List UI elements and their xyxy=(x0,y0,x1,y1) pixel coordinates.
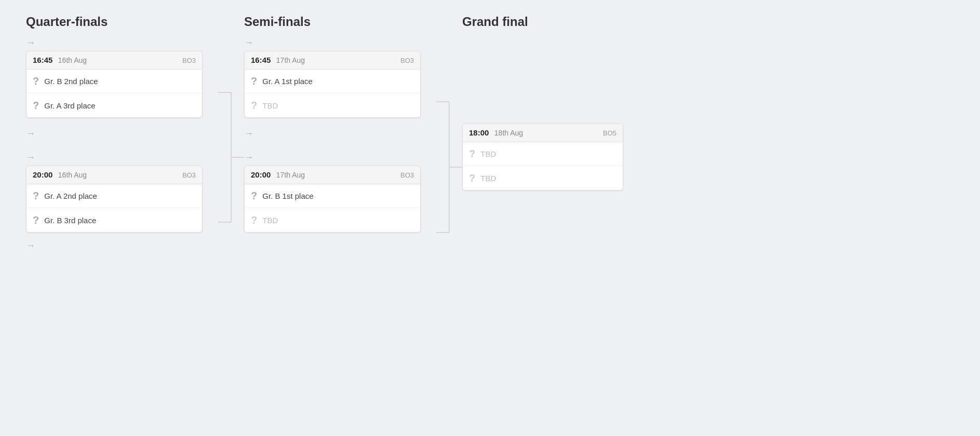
match-sf2-team2[interactable]: ? TBD xyxy=(245,208,420,232)
match-qf2-header: 20:00 16th Aug BO3 xyxy=(26,166,202,184)
question-icon: ? xyxy=(251,75,257,87)
match-sf2-date: 17th Aug xyxy=(276,171,305,179)
team-name: Gr. A 1st place xyxy=(262,77,313,86)
connector-qf-sf xyxy=(218,15,244,421)
semi-finals-column: Semi-finals → 16:45 17th Aug BO3 ? Gr. A… xyxy=(244,15,436,421)
question-icon: ? xyxy=(33,214,39,226)
match-sf2-header: 20:00 17th Aug BO3 xyxy=(245,166,420,184)
team-name-tbd: TBD xyxy=(262,101,278,110)
arrow-qf1-top: → xyxy=(26,34,203,51)
match-gf1-format: BO5 xyxy=(603,129,616,137)
quarter-finals-column: Quarter-finals → 16:45 16th Aug BO3 ? Gr… xyxy=(26,15,218,421)
match-qf1-time-block: 16:45 16th Aug xyxy=(33,56,87,65)
match-sf1-team2[interactable]: ? TBD xyxy=(245,93,420,117)
bracket-lines-qf-sf xyxy=(218,46,244,347)
question-icon: ? xyxy=(33,100,39,112)
match-qf2-date: 16th Aug xyxy=(58,171,87,179)
sf-spacer-1: → xyxy=(244,118,421,149)
match-gf1-date: 18th Aug xyxy=(494,129,523,137)
arrow-icon-sf2: → xyxy=(244,128,253,139)
team-name: Gr. A 3rd place xyxy=(44,101,95,110)
match-sf1[interactable]: 16:45 17th Aug BO3 ? Gr. A 1st place ? T… xyxy=(244,51,421,118)
match-qf2-team2[interactable]: ? Gr. B 3rd place xyxy=(26,208,202,232)
arrow-qf2-top: → xyxy=(26,149,203,166)
match-sf1-time-block: 16:45 17th Aug xyxy=(251,56,305,65)
gf-top-spacer xyxy=(462,34,639,124)
semi-finals-title: Semi-finals xyxy=(244,15,421,29)
question-icon: ? xyxy=(251,100,257,112)
match-sf2-time: 20:00 xyxy=(251,170,271,179)
match-gf1-header: 18:00 18th Aug BO5 xyxy=(463,124,623,142)
team-name-tbd: TBD xyxy=(480,174,496,183)
match-sf1-team1[interactable]: ? Gr. A 1st place xyxy=(245,70,420,93)
arrow-icon-2: → xyxy=(26,128,35,139)
bracket-lines-sf-gf xyxy=(436,46,462,347)
match-gf1-team2[interactable]: ? TBD xyxy=(463,166,623,190)
match-qf2-format: BO3 xyxy=(182,171,196,179)
team-name-tbd: TBD xyxy=(262,216,278,225)
match-sf1-time: 16:45 xyxy=(251,56,271,64)
match-gf1-time-block: 18:00 18th Aug xyxy=(469,128,523,138)
arrow-icon-3: → xyxy=(26,240,35,251)
match-qf2-time-block: 20:00 16th Aug xyxy=(33,170,87,180)
qf-spacer-1: → xyxy=(26,118,203,149)
match-sf1-date: 17th Aug xyxy=(276,56,305,64)
grand-final-title: Grand final xyxy=(462,15,639,29)
question-icon: ? xyxy=(469,148,475,160)
team-name: Gr. A 2nd place xyxy=(44,192,97,200)
team-name: Gr. B 3rd place xyxy=(44,216,96,225)
match-qf1[interactable]: 16:45 16th Aug BO3 ? Gr. B 2nd place ? G… xyxy=(26,51,203,118)
match-sf1-header: 16:45 17th Aug BO3 xyxy=(245,51,420,70)
team-name: Gr. B 1st place xyxy=(262,192,313,200)
match-gf1[interactable]: 18:00 18th Aug BO5 ? TBD ? TBD xyxy=(462,124,623,190)
match-sf2-time-block: 20:00 17th Aug xyxy=(251,170,305,180)
match-qf1-header: 16:45 16th Aug BO3 xyxy=(26,51,202,70)
match-qf2-time: 20:00 xyxy=(33,170,52,179)
match-gf1-team1[interactable]: ? TBD xyxy=(463,142,623,166)
question-icon: ? xyxy=(251,214,257,226)
arrow-icon: → xyxy=(26,152,35,163)
question-icon: ? xyxy=(33,190,39,202)
match-qf1-time: 16:45 xyxy=(33,56,52,64)
arrow-icon: → xyxy=(244,37,253,48)
arrow-sf2-top: → xyxy=(244,149,421,166)
arrow-icon: → xyxy=(26,37,35,48)
match-sf1-format: BO3 xyxy=(400,57,414,64)
match-sf2-team1[interactable]: ? Gr. B 1st place xyxy=(245,184,420,208)
match-qf2-team1[interactable]: ? Gr. A 2nd place xyxy=(26,184,202,208)
match-sf2[interactable]: 20:00 17th Aug BO3 ? Gr. B 1st place ? T… xyxy=(244,166,421,233)
qf-bottom-arrow: → xyxy=(26,233,203,258)
match-qf1-format: BO3 xyxy=(182,57,196,64)
match-qf1-team1[interactable]: ? Gr. B 2nd place xyxy=(26,70,202,93)
grand-final-column: Grand final 18:00 18th Aug BO5 ? TBD ? T… xyxy=(462,15,639,421)
arrow-sf1-top: → xyxy=(244,34,421,51)
connector-sf-gf xyxy=(436,15,462,421)
match-sf2-format: BO3 xyxy=(400,171,414,179)
question-icon: ? xyxy=(251,190,257,202)
team-name: Gr. B 2nd place xyxy=(44,77,98,86)
match-qf2[interactable]: 20:00 16th Aug BO3 ? Gr. A 2nd place ? G… xyxy=(26,166,203,233)
quarter-finals-title: Quarter-finals xyxy=(26,15,203,29)
match-qf1-team2[interactable]: ? Gr. A 3rd place xyxy=(26,93,202,117)
match-gf1-time: 18:00 xyxy=(469,128,489,137)
match-qf1-date: 16th Aug xyxy=(58,56,87,64)
question-icon: ? xyxy=(33,75,39,87)
team-name-tbd: TBD xyxy=(480,149,496,158)
arrow-icon: → xyxy=(244,152,253,163)
question-icon: ? xyxy=(469,172,475,184)
